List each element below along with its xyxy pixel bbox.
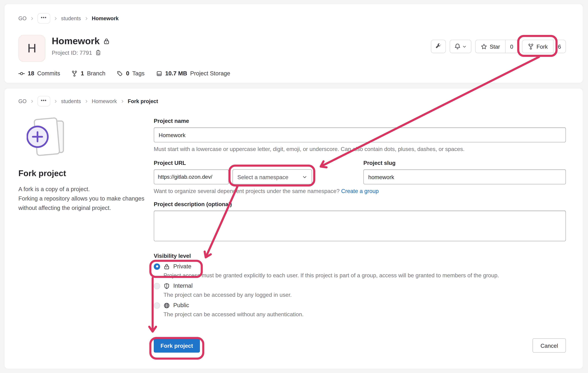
chevron-right-icon xyxy=(120,99,124,103)
namespace-select[interactable]: Select a namespace xyxy=(232,169,312,184)
bell-icon xyxy=(454,43,461,50)
lock-icon xyxy=(103,38,110,44)
chevron-down-icon xyxy=(302,174,307,179)
breadcrumb-item-homework[interactable]: Homework xyxy=(92,15,119,21)
fork-button-group: Fork 6 xyxy=(522,40,566,53)
stat-branches-label: Branch xyxy=(87,70,105,77)
stat-storage[interactable]: 10.7 MB Project Storage xyxy=(156,70,230,77)
project-slug-label: Project slug xyxy=(363,160,566,166)
globe-icon xyxy=(164,302,170,309)
chevron-down-icon xyxy=(462,44,467,49)
breadcrumb-ellipsis-button[interactable]: ••• xyxy=(37,13,50,24)
stat-commits-value: 18 xyxy=(28,70,34,77)
disk-icon xyxy=(156,70,162,77)
stat-tags[interactable]: 0 Tags xyxy=(117,70,145,77)
admin-settings-button[interactable] xyxy=(431,40,446,53)
url-slug-row: Project URL https://gitlab.ozon.dev/ Sel… xyxy=(154,160,566,184)
project-name-helper: Must start with a lowercase or uppercase… xyxy=(154,146,566,152)
visibility-option-internal[interactable]: Internal xyxy=(154,282,566,289)
chevron-right-icon xyxy=(84,16,88,20)
shield-icon xyxy=(164,283,170,289)
star-button-group: Star 0 xyxy=(475,40,518,53)
fork-icon xyxy=(527,43,534,50)
project-description-textarea[interactable] xyxy=(154,211,566,241)
create-group-link[interactable]: Create a group xyxy=(341,188,379,194)
visibility-radio-private[interactable] xyxy=(154,263,160,270)
chevron-right-icon xyxy=(30,16,34,20)
fork-description-line1: A fork is a copy of a project. xyxy=(18,184,146,194)
breadcrumb-item-students[interactable]: students xyxy=(61,98,81,104)
breadcrumb: GO ••• students Homework xyxy=(4,4,583,24)
fork-project-card: GO ••• students Homework Fork project Fo… xyxy=(4,88,583,369)
project-description-label: Project description (optional) xyxy=(154,201,566,207)
stat-branches[interactable]: 1 Branch xyxy=(71,70,105,77)
fork-count[interactable]: 6 xyxy=(553,40,566,53)
notifications-button[interactable] xyxy=(450,40,472,53)
star-icon xyxy=(481,43,487,50)
breadcrumb-item-homework[interactable]: Homework xyxy=(92,98,117,104)
visibility-option-public-label: Public xyxy=(173,302,189,309)
fork-heading: Fork project xyxy=(18,169,154,178)
wrench-icon xyxy=(435,43,442,50)
visibility-radio-internal[interactable] xyxy=(154,283,160,289)
project-stats-row: 18 Commits 1 Branch 0 Tags 10.7 MB Proje… xyxy=(18,70,569,77)
namespace-helper: Want to organize several dependent proje… xyxy=(154,188,566,194)
chevron-right-icon xyxy=(30,99,34,103)
visibility-public-description: The project can be accessed without any … xyxy=(164,311,566,317)
project-title-block: Homework Project ID: 7791 xyxy=(52,35,110,56)
fork-button[interactable]: Fork xyxy=(522,40,553,53)
stat-tags-label: Tags xyxy=(132,70,145,77)
lock-icon xyxy=(164,263,170,270)
chevron-right-icon xyxy=(54,99,58,103)
stat-commits[interactable]: 18 Commits xyxy=(18,70,60,77)
visibility-option-public[interactable]: Public xyxy=(154,302,566,309)
branch-icon xyxy=(71,70,78,77)
visibility-level-label: Visibility level xyxy=(154,253,566,259)
chevron-right-icon xyxy=(54,16,58,20)
fork-body: Fork project A fork is a copy of a proje… xyxy=(4,106,583,353)
fork-illustration-icon xyxy=(27,115,67,159)
visibility-radio-public[interactable] xyxy=(154,302,160,309)
visibility-option-private[interactable]: Private xyxy=(154,263,566,270)
cancel-button[interactable]: Cancel xyxy=(533,338,566,353)
page-title: Homework xyxy=(52,36,100,47)
breadcrumb-item-fork-project: Fork project xyxy=(128,98,158,104)
screenshot-viewport: GO ••• students Homework H Homework Proj… xyxy=(0,0,588,373)
breadcrumb-ellipsis-button[interactable]: ••• xyxy=(37,96,50,106)
fork-form: Project name Must start with a lowercase… xyxy=(154,110,566,353)
project-action-buttons: Star 0 Fork 6 xyxy=(431,40,566,53)
breadcrumb-item-students[interactable]: students xyxy=(61,15,81,21)
star-button-label: Star xyxy=(490,43,500,50)
project-name-input[interactable] xyxy=(154,127,566,142)
fork-info-column: Fork project A fork is a copy of a proje… xyxy=(14,110,154,353)
breadcrumb-item-go[interactable]: GO xyxy=(18,98,27,104)
fork-description: A fork is a copy of a project. Forking a… xyxy=(18,184,154,213)
fork-breadcrumb: GO ••• students Homework Fork project xyxy=(4,89,583,107)
copy-project-id-button[interactable] xyxy=(95,50,101,56)
visibility-internal-description: The project can be accessed by any logge… xyxy=(164,292,566,298)
form-actions: Fork project Cancel xyxy=(154,338,566,353)
tag-icon xyxy=(117,70,123,77)
chevron-right-icon xyxy=(84,99,88,103)
visibility-option-internal-label: Internal xyxy=(173,282,193,289)
star-button[interactable]: Star xyxy=(475,40,505,53)
star-count[interactable]: 0 xyxy=(505,40,518,53)
namespace-select-value: Select a namespace xyxy=(237,174,288,180)
commit-icon xyxy=(18,70,25,77)
breadcrumb-item-go[interactable]: GO xyxy=(18,15,27,21)
project-header-card: GO ••• students Homework H Homework Proj… xyxy=(4,4,583,83)
fork-description-line2: Forking a repository allows you to make … xyxy=(18,194,146,212)
project-avatar: H xyxy=(18,35,45,62)
fork-button-label: Fork xyxy=(536,43,548,50)
stat-tags-value: 0 xyxy=(126,70,129,77)
project-url-prefix: https://gitlab.ozon.dev/ xyxy=(154,169,229,184)
project-slug-input[interactable] xyxy=(363,169,566,184)
clipboard-copy-icon xyxy=(95,50,101,56)
stat-branches-value: 1 xyxy=(81,70,84,77)
stat-commits-label: Commits xyxy=(37,70,60,77)
project-id-label: Project ID: 7791 xyxy=(52,50,92,56)
visibility-private-description: Project access must be granted explicitl… xyxy=(164,272,566,278)
project-url-label: Project URL xyxy=(154,160,312,166)
stat-storage-value: 10.7 MB xyxy=(165,70,187,77)
fork-project-submit-button[interactable]: Fork project xyxy=(154,338,200,353)
